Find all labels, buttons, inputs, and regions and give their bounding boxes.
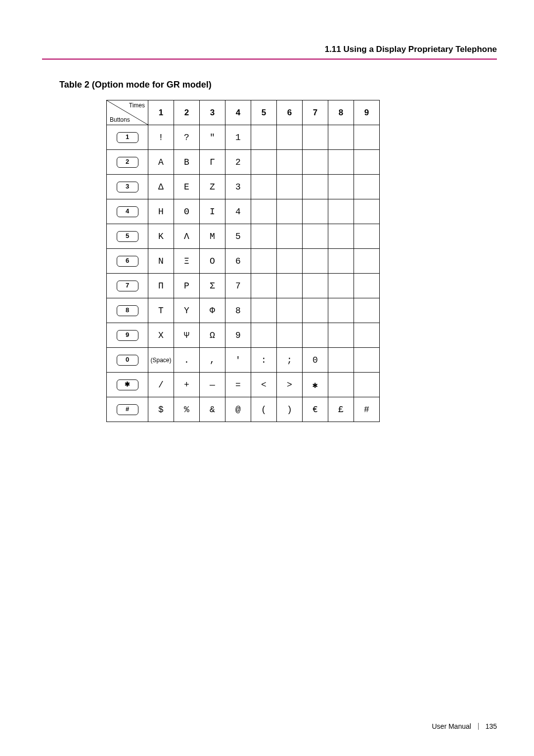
char-cell: 6 <box>225 249 251 274</box>
char-cell: Ψ <box>174 323 200 348</box>
char-cell: Ξ <box>174 249 200 274</box>
char-cell <box>328 125 354 150</box>
table-row: 5ΚΛΜ5 <box>107 224 380 249</box>
button-cell: 3 <box>107 175 148 199</box>
char-cell: 0 <box>303 348 328 373</box>
diag-top-label: Times <box>129 102 145 108</box>
col-header: 3 <box>200 100 225 125</box>
char-cell: . <box>174 348 200 373</box>
char-cell: , <box>200 348 225 373</box>
char-cell: " <box>200 125 225 150</box>
char-cell <box>354 125 380 150</box>
footer-page: 135 <box>486 722 497 730</box>
char-cell: 7 <box>225 274 251 298</box>
char-cell <box>328 323 354 348</box>
char-cell: Χ <box>148 323 174 348</box>
char-cell: # <box>354 397 380 422</box>
char-cell: Υ <box>174 298 200 323</box>
col-header: 1 <box>148 100 174 125</box>
char-cell <box>277 199 303 224</box>
char-cell <box>251 249 277 274</box>
char-cell: — <box>200 373 225 397</box>
char-cell: Ι <box>200 199 225 224</box>
char-cell <box>277 323 303 348</box>
col-header: 6 <box>277 100 303 125</box>
char-cell <box>303 224 328 249</box>
keypad-button-icon: 4 <box>117 206 138 217</box>
char-cell: € <box>303 397 328 422</box>
char-cell <box>354 348 380 373</box>
char-cell: ? <box>174 125 200 150</box>
char-cell: Μ <box>200 224 225 249</box>
char-cell <box>328 199 354 224</box>
diag-header: Times Buttons <box>107 100 148 125</box>
char-cell: Ρ <box>174 274 200 298</box>
char-cell: Σ <box>200 274 225 298</box>
char-cell: 4 <box>225 199 251 224</box>
char-cell: ✱ <box>303 373 328 397</box>
char-cell <box>303 274 328 298</box>
char-cell <box>354 373 380 397</box>
button-cell: 4 <box>107 199 148 224</box>
char-cell <box>354 274 380 298</box>
char-cell: 1 <box>225 125 251 150</box>
footer-label: User Manual <box>432 722 471 730</box>
char-cell <box>354 249 380 274</box>
diag-bottom-label: Buttons <box>110 117 130 123</box>
keypad-button-icon: 1 <box>117 132 138 143</box>
char-cell <box>328 274 354 298</box>
col-header: 8 <box>328 100 354 125</box>
char-cell <box>303 249 328 274</box>
char-cell: ' <box>225 348 251 373</box>
char-cell: (Space) <box>148 348 174 373</box>
char-cell: Φ <box>200 298 225 323</box>
col-header: 4 <box>225 100 251 125</box>
table-title: Table 2 (Option mode for GR model) <box>59 80 497 90</box>
char-cell <box>354 150 380 175</box>
button-cell: # <box>107 397 148 422</box>
char-cell <box>251 298 277 323</box>
char-cell: 9 <box>225 323 251 348</box>
keypad-button-icon: 8 <box>117 305 138 316</box>
char-cell <box>251 125 277 150</box>
char-cell <box>328 373 354 397</box>
char-cell: Α <box>148 150 174 175</box>
char-cell <box>303 125 328 150</box>
char-cell: + <box>174 373 200 397</box>
char-cell: Ω <box>200 323 225 348</box>
keypad-button-icon: 0 <box>117 355 138 366</box>
char-cell <box>251 150 277 175</box>
table-row: 3ΔΕΖ3 <box>107 175 380 199</box>
char-cell <box>277 224 303 249</box>
char-cell: Τ <box>148 298 174 323</box>
char-cell <box>251 224 277 249</box>
char-cell <box>251 323 277 348</box>
char-cell: 2 <box>225 150 251 175</box>
char-cell <box>277 125 303 150</box>
table-row: 6ΝΞΟ6 <box>107 249 380 274</box>
char-cell <box>303 298 328 323</box>
keypad-button-icon: 9 <box>117 330 138 341</box>
char-cell: 5 <box>225 224 251 249</box>
char-cell <box>277 175 303 199</box>
char-cell <box>303 323 328 348</box>
char-cell: : <box>251 348 277 373</box>
char-cell <box>354 298 380 323</box>
char-cell: Ζ <box>200 175 225 199</box>
button-cell: 6 <box>107 249 148 274</box>
button-cell: ✱ <box>107 373 148 397</box>
button-cell: 9 <box>107 323 148 348</box>
char-cell <box>354 199 380 224</box>
table-row: 2ΑΒΓ2 <box>107 150 380 175</box>
char-cell: Κ <box>148 224 174 249</box>
char-cell: Λ <box>174 224 200 249</box>
char-cell: ( <box>251 397 277 422</box>
col-header: 2 <box>174 100 200 125</box>
char-cell <box>354 323 380 348</box>
keypad-button-icon: 2 <box>117 157 138 168</box>
keypad-button-icon: 6 <box>117 256 138 267</box>
char-cell <box>277 274 303 298</box>
char-cell: ; <box>277 348 303 373</box>
char-cell: Β <box>174 150 200 175</box>
char-cell: Ν <box>148 249 174 274</box>
